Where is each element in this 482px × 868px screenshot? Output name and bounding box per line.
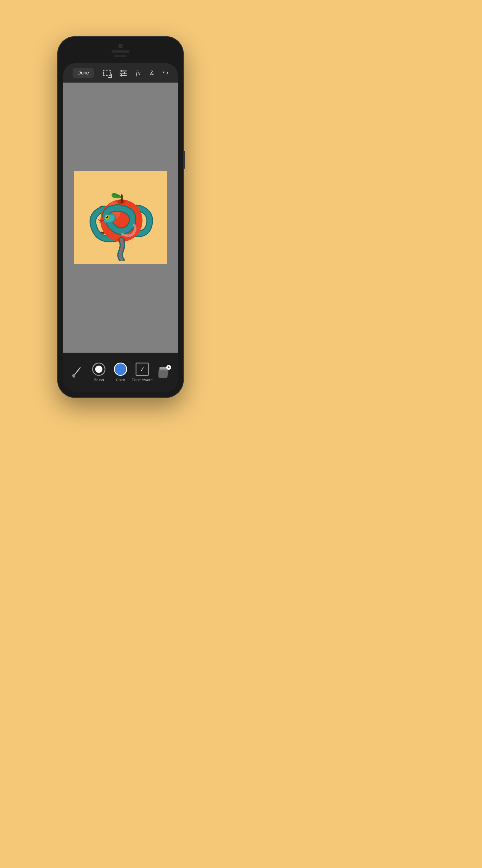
front-camera <box>118 44 123 48</box>
adjust-line-3 <box>120 75 127 76</box>
brush-size-inner <box>95 366 102 373</box>
fx-tool-button[interactable]: fx <box>136 69 141 77</box>
layers-icon-wrap: + <box>157 366 170 379</box>
adjust-line-1 <box>120 70 127 71</box>
adjust-tool-button[interactable] <box>120 70 127 76</box>
phone-top-area <box>57 36 184 66</box>
color-tool-item[interactable]: Color <box>110 363 131 382</box>
artwork-frame <box>74 171 167 264</box>
fx-icon: fx <box>136 69 141 77</box>
phone-device: Done fx & ↩ <box>57 36 184 398</box>
blend-tool-button[interactable]: & <box>150 69 154 77</box>
brush-tool-item[interactable] <box>67 366 88 378</box>
undo-button[interactable]: ↩ <box>163 69 168 77</box>
select-tool-button[interactable] <box>103 70 110 76</box>
power-button[interactable] <box>183 151 185 169</box>
screen: Done fx & ↩ <box>63 63 178 392</box>
brush-label: Brush <box>94 378 104 382</box>
edge-aware-icon: ✓ <box>135 363 149 376</box>
edge-aware-tool-item[interactable]: ✓ Edge Aware <box>132 363 153 382</box>
undo-icon: ↩ <box>163 69 168 77</box>
paint-brush-icon <box>71 366 83 378</box>
blend-icon: & <box>150 69 154 77</box>
done-button[interactable]: Done <box>73 68 94 78</box>
layers-tool-item[interactable]: + <box>153 366 174 379</box>
sensor-bar <box>115 55 127 57</box>
edge-aware-checkmark: ✓ <box>140 366 145 373</box>
top-toolbar: Done fx & ↩ <box>63 63 178 83</box>
color-swatch <box>114 363 127 376</box>
brush-size-tool-item[interactable]: Brush <box>88 363 109 382</box>
layers-plus-badge: + <box>166 365 171 370</box>
earpiece-speaker <box>111 50 130 53</box>
adjust-line-2 <box>120 73 127 73</box>
edge-aware-label: Edge Aware <box>132 378 153 382</box>
bottom-toolbar: Brush Color ✓ Edge Aware <box>63 352 178 392</box>
brush-size-icon <box>92 363 105 376</box>
color-label: Color <box>116 378 125 382</box>
select-marquee-icon <box>103 70 110 76</box>
artwork-svg <box>77 174 164 261</box>
svg-line-16 <box>75 368 80 375</box>
canvas-area[interactable] <box>63 83 178 352</box>
adjustments-icon <box>120 70 127 76</box>
layer-card-3 <box>158 370 167 378</box>
svg-point-15 <box>106 216 107 217</box>
svg-rect-9 <box>121 194 123 203</box>
